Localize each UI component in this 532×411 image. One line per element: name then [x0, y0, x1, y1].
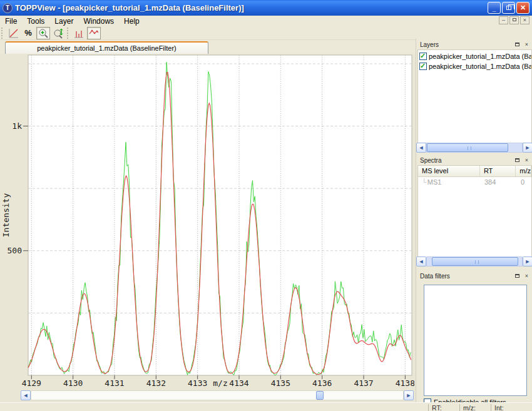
intensity-percentage-button[interactable]: % — [21, 27, 35, 39]
scroll-left-icon[interactable]: ◄ — [416, 256, 426, 266]
menu-file[interactable]: File — [0, 16, 22, 26]
spectrum-ms-level: MS1 — [427, 178, 442, 186]
window-title: TOPPView - [peakpicker_tutorial_1.mzData… — [15, 3, 486, 13]
spectra-panel-header[interactable]: Spectra × — [416, 156, 532, 165]
svg-text:m/z: m/z — [213, 378, 227, 388]
svg-text:4135: 4135 — [271, 378, 290, 388]
spectra-scrollbar[interactable]: ◄ ► — [416, 256, 532, 266]
column-rt[interactable]: RT — [480, 166, 516, 176]
layer-checkbox[interactable] — [419, 63, 427, 70]
status-mz: m/z: — [459, 404, 489, 411]
svg-text:4129: 4129 — [22, 378, 41, 388]
svg-text:4137: 4137 — [354, 378, 373, 388]
measure-mode-button[interactable] — [51, 27, 65, 39]
spectrum-row[interactable]: └MS1 384 0 — [418, 177, 531, 188]
layers-float-button[interactable] — [514, 41, 521, 48]
plot-scroll-thumb[interactable] — [316, 391, 324, 400]
layers-close-button[interactable]: × — [523, 41, 530, 48]
spectra-float-button[interactable] — [514, 157, 521, 164]
restore-button[interactable] — [502, 2, 515, 14]
mdi-restore-icon — [513, 18, 516, 21]
spectra-table-header[interactable]: MS level RT m/z — [418, 166, 531, 177]
data-filters-panel-header[interactable]: Data filters × — [416, 271, 532, 281]
mdi-close-button[interactable]: × — [520, 16, 529, 24]
plot-scroll-track[interactable] — [31, 390, 404, 400]
svg-text:Intensity: Intensity — [1, 193, 11, 238]
zoom-mode-button[interactable] — [36, 27, 50, 39]
mdi-child-buttons: – × — [499, 16, 529, 24]
layers-scroll-thumb[interactable] — [427, 143, 508, 152]
column-ms-level[interactable]: MS level — [418, 166, 480, 176]
layers-list: peakpicker_tutorial_1.mzData (BaselineFi… — [417, 49, 532, 143]
svg-text:4136: 4136 — [312, 378, 332, 388]
layers-scroll-track[interactable] — [426, 143, 523, 153]
float-icon — [515, 274, 519, 278]
percent-icon: % — [24, 28, 32, 38]
peaks-bars-icon — [73, 28, 84, 39]
app-icon: T — [3, 3, 13, 13]
dock-panel-area: Layers × peakpicker_tutorial_1.mzData (B… — [416, 39, 532, 402]
svg-text:1k: 1k — [12, 121, 22, 131]
data-filters-panel-title: Data filters — [420, 273, 450, 280]
toolbar-grip[interactable] — [67, 28, 70, 39]
spectra-panel-title: Spectra — [420, 157, 441, 164]
grip-icon — [468, 146, 471, 150]
float-icon — [515, 43, 519, 46]
spectra-close-button[interactable]: × — [523, 157, 530, 164]
layer-checkbox[interactable] — [419, 53, 427, 60]
layer-label: peakpicker_tutorial_1.mzData (BaselineFi… — [429, 53, 532, 60]
layers-panel-title: Layers — [420, 41, 439, 48]
svg-text:4133: 4133 — [188, 378, 207, 388]
scroll-right-icon[interactable]: ► — [523, 256, 532, 266]
minimize-button[interactable]: _ — [488, 2, 501, 14]
mdi-restore-button[interactable] — [509, 16, 519, 24]
scroll-left-icon[interactable]: ◄ — [416, 143, 426, 153]
scroll-right-icon[interactable]: ► — [523, 143, 532, 153]
tab-spectrum-file[interactable]: peakpicker_tutorial_1.mzData (BaselineFi… — [5, 41, 208, 54]
reset-zoom-button[interactable] — [6, 27, 20, 39]
status-bar: RT: m/z: Int: — [0, 402, 532, 411]
spectra-table: MS level RT m/z └MS1 384 0 — [417, 165, 532, 259]
toolbar: % — [0, 26, 532, 40]
spectrum-mz: 0 — [517, 177, 531, 188]
scroll-right-icon[interactable]: ► — [404, 390, 414, 400]
menu-tools[interactable]: Tools — [22, 16, 49, 26]
layers-scrollbar[interactable]: ◄ ► — [416, 143, 532, 153]
restore-icon — [506, 6, 511, 10]
column-mz[interactable]: m/z — [516, 166, 531, 176]
spectra-scroll-track[interactable] — [426, 256, 523, 266]
layers-panel-header[interactable]: Layers × — [416, 40, 532, 49]
spectra-scroll-thumb[interactable] — [432, 257, 518, 266]
plot-horizontal-scrollbar[interactable]: ◄ ► — [21, 390, 414, 400]
title-bar[interactable]: T TOPPView - [peakpicker_tutorial_1.mzDa… — [0, 0, 532, 16]
filters-close-button[interactable]: × — [523, 273, 530, 280]
raw-data-view-button[interactable] — [87, 27, 101, 39]
tab-bar: peakpicker_tutorial_1.mzData (BaselineFi… — [0, 40, 416, 54]
layer-label: peakpicker_tutorial_1.mzData (BaselineFi… — [429, 63, 532, 70]
spectrum-rt: 384 — [481, 177, 517, 188]
svg-text:4132: 4132 — [146, 378, 166, 388]
status-int: Int: — [491, 404, 528, 411]
menu-windows[interactable]: Windows — [78, 16, 119, 26]
svg-text:4134: 4134 — [229, 378, 248, 388]
menu-layer[interactable]: Layer — [49, 16, 78, 26]
spectrum-canvas[interactable]: 4129413041314132413341344135413641374138… — [0, 54, 416, 402]
layer-item[interactable]: peakpicker_tutorial_1.mzData (BaselineFi… — [418, 61, 531, 71]
svg-text:500: 500 — [8, 246, 22, 255]
peaks-view-button[interactable] — [72, 27, 86, 39]
menu-help[interactable]: Help — [119, 16, 145, 26]
reset-zoom-icon — [8, 28, 19, 39]
data-filters-list[interactable] — [424, 285, 527, 396]
mdi-minimize-button[interactable]: – — [499, 16, 508, 24]
filters-float-button[interactable] — [514, 273, 521, 280]
spectrum-plot[interactable]: 4129413041314132413341344135413641374138… — [0, 54, 414, 390]
magnifier-zoom-icon — [38, 28, 49, 39]
svg-text:4131: 4131 — [105, 378, 124, 388]
scroll-left-icon[interactable]: ◄ — [21, 390, 31, 400]
toolbar-grip[interactable] — [1, 28, 4, 39]
close-button[interactable]: ✕ — [516, 2, 529, 14]
svg-text:4130: 4130 — [63, 378, 83, 388]
layer-item[interactable]: peakpicker_tutorial_1.mzData (BaselineFi… — [418, 51, 531, 61]
raw-line-icon — [88, 28, 100, 39]
magnifier-arrows-icon — [53, 28, 64, 39]
